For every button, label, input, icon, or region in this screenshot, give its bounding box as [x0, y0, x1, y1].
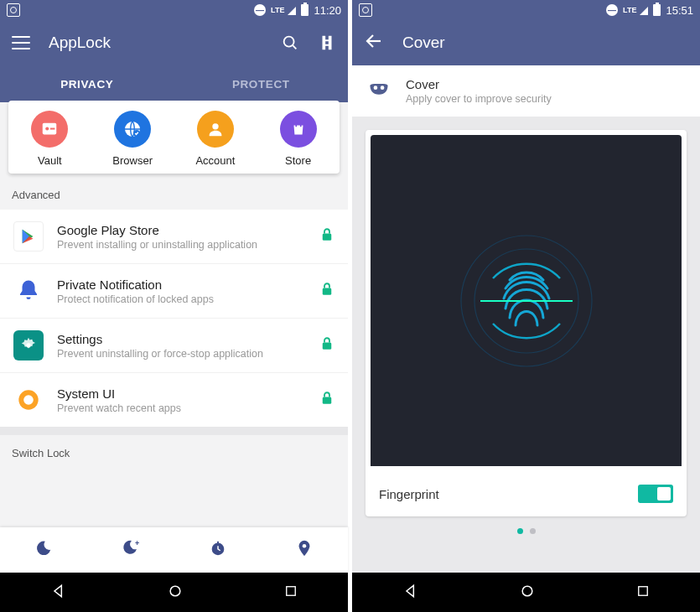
svg-point-3 — [46, 127, 49, 131]
app-title: Cover — [402, 34, 445, 52]
app-bar: AppLock PRIVACY PROTECT — [0, 20, 348, 102]
tab-privacy[interactable]: PRIVACY — [0, 65, 174, 102]
fingerprint-preview — [371, 135, 682, 466]
cover-card[interactable]: Fingerprint — [366, 130, 687, 516]
lock-icon[interactable] — [319, 336, 334, 355]
status-bar: — LTE 15:51 — [352, 0, 700, 20]
camera-status-icon — [7, 3, 20, 17]
signal-icon — [638, 5, 648, 15]
network-label: LTE — [271, 7, 284, 14]
row-subtitle: Protect notification of locked apps — [57, 293, 319, 305]
app-bar: Cover — [352, 20, 700, 65]
svg-point-19 — [170, 586, 180, 596]
clock-icon[interactable] — [209, 539, 227, 561]
svg-point-26 — [522, 586, 532, 596]
svg-point-18 — [303, 544, 307, 548]
lock-icon[interactable] — [319, 227, 334, 246]
page-indicator — [517, 516, 536, 534]
nav-home[interactable] — [519, 583, 536, 603]
svg-rect-11 — [323, 343, 332, 350]
svg-rect-20 — [286, 586, 295, 595]
shortcut-label: Browser — [112, 154, 153, 167]
search-icon[interactable] — [281, 34, 299, 52]
signal-icon — [286, 5, 296, 15]
moon-icon[interactable] — [34, 539, 53, 561]
tabs: PRIVACY PROTECT — [0, 65, 348, 102]
theme-icon[interactable] — [318, 34, 336, 52]
row-subtitle: Prevent installing or uninstalling appli… — [57, 239, 319, 251]
row-title: System UI — [57, 386, 319, 401]
divider — [0, 427, 348, 435]
page-dot[interactable] — [530, 528, 536, 534]
shortcut-browser[interactable]: Browser — [91, 111, 174, 167]
browser-icon — [114, 111, 151, 148]
page-dot[interactable] — [517, 528, 523, 534]
row-settings[interactable]: Settings Prevent uninstalling or force-s… — [0, 319, 348, 373]
app-title: AppLock — [49, 34, 111, 52]
svg-point-13 — [23, 395, 34, 405]
vault-icon — [31, 111, 68, 148]
store-icon — [280, 111, 317, 148]
shortcut-account[interactable]: Account — [174, 111, 257, 167]
fingerprint-toggle-row: Fingerprint — [366, 471, 687, 516]
shortcut-vault[interactable]: Vault — [8, 111, 91, 167]
phone-right: — LTE 15:51 Cover Cover Apply cover to i… — [352, 0, 700, 612]
location-icon[interactable] — [295, 539, 314, 561]
svg-text:+: + — [135, 539, 139, 547]
row-system-ui[interactable]: System UI Prevent watch recent apps — [0, 373, 348, 427]
cover-subtitle: Apply cover to improve security — [406, 93, 552, 105]
nav-back[interactable] — [50, 583, 67, 603]
moon-plus-icon[interactable]: + — [121, 538, 141, 562]
shortcut-label: Store — [285, 154, 311, 167]
dnd-icon: — — [606, 4, 618, 16]
android-navbar — [0, 573, 348, 612]
nav-back[interactable] — [402, 583, 419, 603]
nav-recent[interactable] — [635, 583, 651, 602]
settings-icon — [13, 330, 44, 360]
menu-icon[interactable] — [12, 36, 30, 49]
mask-icon — [367, 78, 391, 105]
phone-left: — LTE 11:20 AppLock PRIVACY PROTECT — [0, 0, 348, 612]
dnd-icon: — — [254, 4, 266, 16]
row-title: Google Play Store — [57, 223, 319, 237]
svg-rect-14 — [323, 397, 332, 404]
account-icon — [197, 111, 234, 148]
svg-rect-9 — [323, 288, 332, 295]
nav-recent[interactable] — [283, 583, 298, 602]
lock-icon[interactable] — [319, 391, 334, 409]
play-store-icon — [13, 221, 44, 252]
lock-icon[interactable] — [319, 282, 334, 300]
svg-line-1 — [293, 45, 296, 49]
camera-status-icon — [359, 3, 372, 17]
advanced-list: Google Play Store Prevent installing or … — [0, 210, 348, 427]
nav-home[interactable] — [167, 583, 184, 603]
row-subtitle: Prevent uninstalling or force-stop appli… — [57, 348, 319, 360]
svg-point-0 — [284, 37, 294, 47]
clock-label: 15:51 — [666, 4, 693, 17]
tab-protect[interactable]: PROTECT — [174, 65, 349, 102]
clock-label: 11:20 — [314, 4, 341, 17]
system-ui-icon — [13, 385, 44, 415]
shortcut-store[interactable]: Store — [257, 111, 340, 167]
cover-header: Cover Apply cover to improve security — [352, 65, 700, 117]
cover-title: Cover — [406, 77, 552, 91]
android-navbar — [352, 573, 700, 612]
row-play-store[interactable]: Google Play Store Prevent installing or … — [0, 210, 348, 264]
svg-rect-27 — [638, 586, 647, 595]
back-icon[interactable] — [364, 31, 384, 54]
row-title: Private Notification — [57, 277, 319, 292]
battery-icon — [301, 4, 309, 16]
section-advanced: Advanced — [0, 175, 348, 210]
fingerprint-toggle[interactable] — [638, 485, 673, 503]
bell-icon — [13, 276, 44, 306]
cover-body: Fingerprint — [352, 117, 700, 612]
shortcut-card: Vault Browser Account Store — [8, 101, 340, 174]
row-subtitle: Prevent watch recent apps — [57, 402, 319, 414]
section-switch-lock: Switch Lock — [0, 435, 348, 501]
svg-point-21 — [374, 86, 378, 90]
svg-rect-8 — [323, 234, 332, 241]
svg-point-22 — [381, 86, 385, 90]
row-private-notification[interactable]: Private Notification Protect notificatio… — [0, 264, 348, 319]
svg-point-7 — [212, 123, 218, 129]
network-label: LTE — [623, 7, 636, 14]
